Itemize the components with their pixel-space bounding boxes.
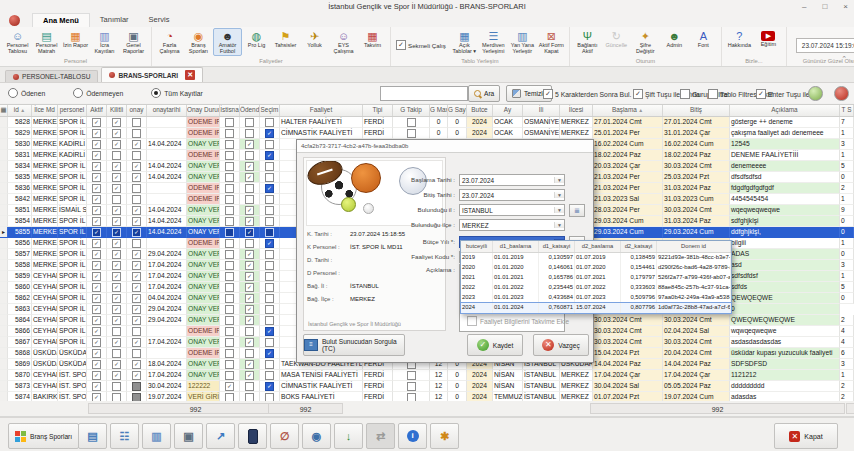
cell-g-takip[interactable]: [393, 381, 430, 392]
cell-aktif[interactable]: [87, 249, 107, 260]
cell-onay[interactable]: [127, 139, 147, 150]
column-header-[interactable]: ▦: [0, 105, 8, 116]
cell-i-lce-md[interactable]: ÜSKÜDAR: [32, 359, 58, 370]
cell-personel[interactable]: İST. SPOR: [58, 381, 87, 392]
cell-i-li[interactable]: İSTANBUL: [523, 370, 560, 381]
cell-butce[interactable]: 2024: [467, 381, 493, 392]
cell-onay-durum[interactable]: ODEME IPTAL: [187, 348, 220, 359]
cell-i-stisna[interactable]: [220, 139, 240, 150]
cell-se-im[interactable]: [260, 315, 280, 326]
cell-i-lce-md[interactable]: MERKEZ: [32, 183, 58, 194]
cell-t-s[interactable]: 1: [840, 194, 854, 205]
cell-id[interactable]: 5828: [8, 117, 32, 128]
cell-id[interactable]: 5831: [8, 150, 32, 161]
cell-t-s[interactable]: 1: [840, 128, 854, 139]
cell-dend[interactable]: [240, 337, 260, 348]
cell-se-im[interactable]: [260, 293, 280, 304]
cell-id[interactable]: 5835: [8, 172, 32, 183]
cell-se-im[interactable]: [260, 139, 280, 150]
cell-id[interactable]: 5860: [8, 282, 32, 293]
cell-ba-lama[interactable]: 30.04.2024 Sal: [593, 381, 663, 392]
cell-i-lce-md[interactable]: CEYHAN: [32, 326, 58, 337]
cell-t-s[interactable]: 2: [840, 183, 854, 194]
cell-tipi[interactable]: FERDİ: [363, 128, 393, 139]
cell-personel[interactable]: İST. SPOR: [58, 370, 87, 381]
cell-kilitli[interactable]: [107, 183, 127, 194]
cell-kilitli[interactable]: [107, 359, 127, 370]
cell-onay[interactable]: [127, 293, 147, 304]
cell-i-stisna[interactable]: [220, 282, 240, 293]
cell-onaytarihi[interactable]: 14.04.2024: [147, 227, 187, 238]
cell-biti[interactable]: 30.03.2024 Cmt: [663, 315, 730, 326]
cell-se-im[interactable]: [260, 249, 280, 260]
cell-i-stisna[interactable]: [220, 260, 240, 271]
cell-biti[interactable]: 29.03.2024 Cum: [663, 227, 730, 238]
cell-t-s[interactable]: 4: [840, 326, 854, 337]
cell-kilitli[interactable]: [107, 260, 127, 271]
cell-[interactable]: ▸: [0, 227, 8, 238]
cell-a-klama[interactable]: denemeeee: [730, 161, 840, 172]
cell-dend[interactable]: [240, 381, 260, 392]
cell-i-lce-md[interactable]: MERKEZ: [32, 216, 58, 227]
cell-i-stisna[interactable]: [220, 128, 240, 139]
cell-[interactable]: [0, 293, 8, 304]
cell-id[interactable]: 5866: [8, 326, 32, 337]
ribbon-tab-ana-men[interactable]: Ana Menü: [32, 13, 90, 27]
cell-aktif[interactable]: [87, 194, 107, 205]
column-header-a-klama[interactable]: Açıklama: [730, 105, 840, 116]
eye-button[interactable]: ◉: [302, 423, 331, 449]
cell-a-klama[interactable]: DENEME FAALİYETİİİ: [730, 150, 840, 161]
cell-se-im[interactable]: [260, 238, 280, 249]
cell-onaytarihi[interactable]: 14.04.2024: [147, 216, 187, 227]
cell-id[interactable]: 5873: [8, 381, 32, 392]
cell-aktif[interactable]: [87, 172, 107, 183]
ribbon-button-eys-al-ma[interactable]: ☺EYS Çalışma: [329, 28, 358, 56]
column-header-i-lcesi[interactable]: İlcesi: [560, 105, 593, 116]
cell-onay[interactable]: [127, 348, 147, 359]
cell-id[interactable]: 5868: [8, 348, 32, 359]
cell-dend[interactable]: [240, 139, 260, 150]
cell-personel[interactable]: SPOR İL: [58, 172, 87, 183]
cell-[interactable]: [0, 304, 8, 315]
cell-biti[interactable]: 18.02.2024 Paz: [663, 150, 730, 161]
cell-id[interactable]: 5830: [8, 139, 32, 150]
cell-a-klama[interactable]: asdasdasdasdas: [730, 337, 840, 348]
maximize-button[interactable]: □: [822, 0, 827, 13]
cell-t-s[interactable]: 3: [840, 359, 854, 370]
cell-g-takip[interactable]: [393, 128, 430, 139]
cell-dend[interactable]: [240, 271, 260, 282]
cell-onay[interactable]: [127, 381, 147, 392]
cell-g-takip[interactable]: [393, 370, 430, 381]
cell-g-max[interactable]: 12: [430, 370, 448, 381]
cell-personel[interactable]: SPOR İL: [58, 326, 87, 337]
cell-onay[interactable]: [127, 326, 147, 337]
cell-butce[interactable]: 2024: [467, 117, 493, 128]
cell-se-im[interactable]: [260, 304, 280, 315]
cell-[interactable]: [0, 381, 8, 392]
cell-[interactable]: [0, 238, 8, 249]
cell-ba-lama[interactable]: 29.03.2024 Cum: [593, 216, 663, 227]
table-row[interactable]: 5873CEYHANİST. SPOR30.04.2024122222CİMNA…: [0, 381, 854, 392]
cell-dend[interactable]: [240, 260, 260, 271]
ribbon-button-merdiven-yerle-imi[interactable]: ☰Merdiven Yerleşimi: [479, 28, 508, 56]
cell-t-s[interactable]: 3: [840, 139, 854, 150]
cell-i-stisna[interactable]: [220, 172, 240, 183]
cell-biti[interactable]: 25.03.2024 Pzt: [663, 172, 730, 183]
cell-onay[interactable]: [127, 128, 147, 139]
cell-aktif[interactable]: [87, 381, 107, 392]
cell-onay-durum[interactable]: ONAY VERİLDİ: [187, 161, 220, 172]
cell-a-klama[interactable]: 0: [730, 304, 840, 315]
cell-aktif[interactable]: [87, 282, 107, 293]
cell-aktif[interactable]: [87, 293, 107, 304]
cell-id[interactable]: 5842: [8, 194, 32, 205]
cell-a-klama[interactable]: gösterge ++ deneme: [730, 117, 840, 128]
cell-t-s[interactable]: 4: [840, 337, 854, 348]
column-header-i-lce-md[interactable]: İlce Md: [32, 105, 58, 116]
cell-i-lce-md[interactable]: MERKEZ: [32, 139, 58, 150]
cell-personel[interactable]: İSMAİL S: [58, 205, 87, 216]
cell-g-max[interactable]: 0: [430, 117, 448, 128]
cell-[interactable]: [0, 183, 8, 194]
column-header-dend[interactable]: Ödend: [240, 105, 260, 116]
cell-[interactable]: [0, 216, 8, 227]
ribbon-button-e-itim[interactable]: ▶Eğitim: [754, 28, 783, 49]
